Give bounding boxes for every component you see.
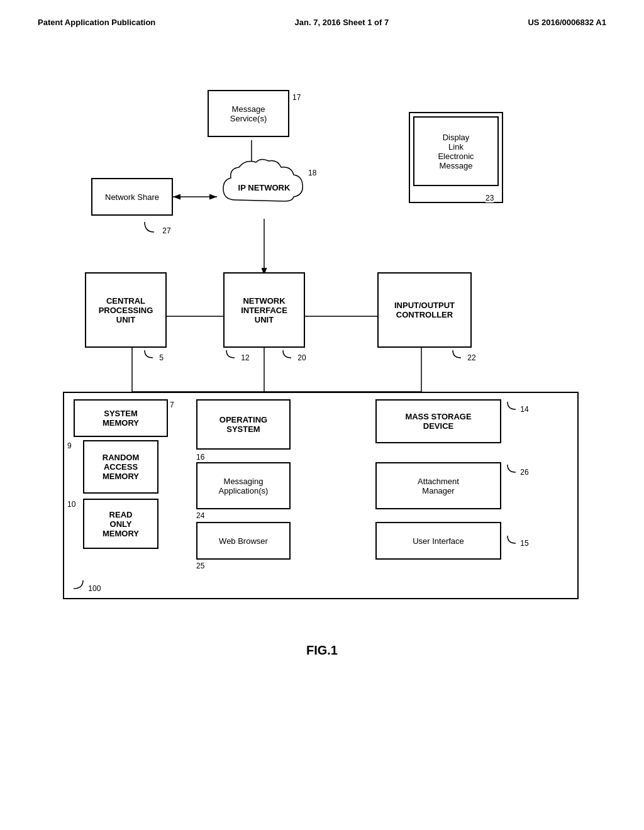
rom-label: READONLYMEMORY [103,510,139,538]
os-box: OPERATINGSYSTEM [196,399,291,450]
user-interface-label: User Interface [413,536,464,546]
web-browser-box: Web Browser [196,522,291,560]
computer-outer-box: SYSTEMMEMORY 7 RANDOMACCESSMEMORY 9 READ… [63,392,579,599]
diagram-area: MessageService(s) 17 DisplayLinkElectron… [50,58,591,624]
ref-7: 7 [170,401,174,409]
ref-14-bracket [504,401,518,412]
ref-15: 15 [504,534,529,548]
ref-20-bracket [280,349,296,360]
ref-27-bracket [142,221,160,233]
ref-26-bracket [504,463,518,475]
sys-memory-label: SYSTEMMEMORY [103,409,139,428]
cpu-label: CENTRALPROCESSINGUNIT [99,296,153,324]
fig-caption-text: FIG.1 [306,643,338,657]
io-controller-box: INPUT/OUTPUTCONTROLLER [377,272,472,348]
ref-12-bracket [223,349,239,360]
attachment-mgr-box: AttachmentManager [375,462,501,509]
ref-18: 18 [308,169,316,177]
attachment-mgr-label: AttachmentManager [418,477,459,495]
ref-5: 5 [142,349,164,362]
display-link-label: DisplayLinkElectronicMessage [438,133,474,170]
rom-box: READONLYMEMORY [83,499,158,549]
ip-network-cloud: IP NETWORK [217,156,311,219]
messaging-app-box: MessagingApplication(s) [196,462,291,509]
ref-27: 27 [142,221,171,235]
cpu-box: CENTRALPROCESSINGUNIT [85,272,167,348]
ref-9: 9 [67,441,72,450]
ref-23: 23 [486,194,494,202]
page: Patent Application Publication Jan. 7, 2… [0,0,644,830]
os-label: OPERATINGSYSTEM [219,415,267,434]
ref-25: 25 [196,562,204,570]
web-browser-label: Web Browser [219,536,268,546]
sys-memory-box: SYSTEMMEMORY [74,399,168,437]
header-mid: Jan. 7, 2016 Sheet 1 of 7 [295,18,389,27]
ref-22-bracket [450,349,465,360]
ref-16: 16 [196,453,204,462]
header-left: Patent Application Publication [38,18,155,27]
ram-box: RANDOMACCESSMEMORY [83,440,158,494]
header-right: US 2016/0006832 A1 [528,18,606,27]
user-interface-box: User Interface [375,522,501,560]
network-share-box: Network Share [91,178,173,216]
ref-10: 10 [67,500,75,509]
ref-26: 26 [504,463,529,477]
niu-box: NETWORKINTERFACEUNIT [223,272,305,348]
ref-12: 12 [223,349,250,362]
patent-header: Patent Application Publication Jan. 7, 2… [0,0,644,33]
ref-24: 24 [196,511,204,520]
messaging-app-label: MessagingApplication(s) [219,477,269,495]
ref-5-bracket [142,349,157,360]
ref-100-bracket [67,578,86,591]
message-services-box: MessageService(s) [208,90,289,137]
fig-caption: FIG.1 [0,643,644,658]
mass-storage-box: MASS STORAGEDEVICE [375,399,501,443]
message-services-label: MessageService(s) [230,104,267,123]
ip-network-label: IP NETWORK [238,183,291,192]
io-controller-label: INPUT/OUTPUTCONTROLLER [394,301,455,319]
ram-label: RANDOMACCESSMEMORY [103,453,140,481]
ref-15-bracket [504,534,518,546]
ref-17: 17 [292,93,301,102]
ref-22: 22 [450,349,476,362]
niu-label: NETWORKINTERFACEUNIT [241,296,287,324]
ref-20: 20 [280,349,306,362]
ref-100: 100 [67,578,101,593]
display-link-outer-box: DisplayLinkElectronicMessage [409,112,503,203]
ref-14: 14 [504,401,529,414]
network-share-label: Network Share [105,192,159,202]
mass-storage-label: MASS STORAGEDEVICE [405,412,471,431]
